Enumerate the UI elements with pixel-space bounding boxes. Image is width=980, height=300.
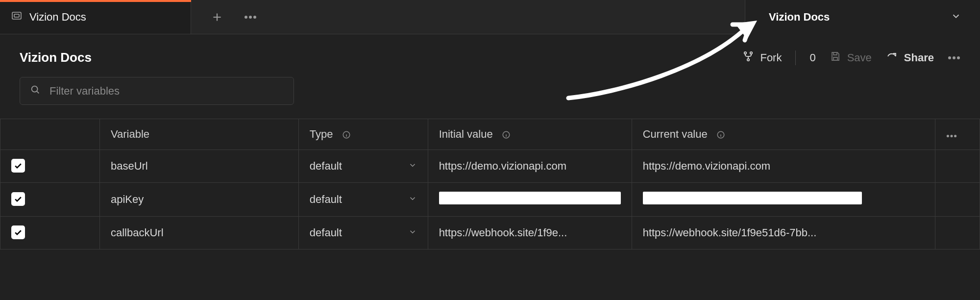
toolbar-overflow-button[interactable] [948, 56, 960, 60]
share-label: Share [904, 51, 934, 64]
search-icon [30, 84, 41, 98]
svg-point-3 [249, 16, 252, 19]
info-icon[interactable] [716, 130, 725, 139]
variable-name[interactable]: apiKey [111, 193, 144, 205]
info-icon[interactable] [502, 130, 511, 139]
table-row: baseUrl default https://demo.vizionapi.c… [0, 150, 980, 183]
chevron-down-icon [951, 11, 961, 24]
save-icon [830, 50, 841, 65]
type-select[interactable]: default [310, 193, 417, 206]
row-checkbox[interactable] [11, 159, 25, 173]
col-current: Current value [643, 128, 708, 140]
svg-point-6 [750, 51, 752, 53]
svg-rect-0 [12, 12, 21, 19]
initial-value[interactable]: https://demo.vizionapi.com [439, 160, 566, 172]
svg-point-10 [957, 56, 960, 59]
fork-button[interactable]: Fork [742, 50, 782, 65]
save-label: Save [847, 51, 872, 64]
fork-icon [742, 50, 754, 65]
info-icon[interactable] [342, 130, 351, 139]
share-icon [885, 50, 898, 65]
current-value[interactable]: https://webhook.site/1f9e51d6-7bb... [643, 226, 817, 239]
col-initial: Initial value [439, 128, 493, 140]
active-tab-indicator [0, 0, 191, 2]
row-checkbox[interactable] [11, 192, 25, 206]
svg-point-11 [32, 86, 38, 92]
fork-count: 0 [809, 51, 815, 64]
initial-value[interactable]: https://webhook.site/1f9e... [439, 226, 567, 239]
svg-point-16 [950, 135, 953, 137]
svg-point-8 [948, 56, 951, 59]
type-value: default [310, 160, 342, 173]
table-header-row: Variable Type Initial value Current valu… [0, 119, 980, 150]
tab-overflow-button[interactable] [244, 15, 257, 19]
environment-selector[interactable]: Vizion Docs [745, 0, 980, 34]
svg-point-17 [954, 135, 956, 137]
chevron-down-icon [408, 193, 417, 206]
chevron-down-icon [408, 160, 417, 173]
variable-name[interactable]: baseUrl [111, 160, 148, 172]
tab-vizion-docs[interactable]: Vizion Docs [0, 0, 191, 34]
row-checkbox[interactable] [11, 225, 25, 239]
svg-point-7 [747, 58, 749, 60]
filter-variables-input-wrap[interactable] [20, 77, 294, 105]
tab-label: Vizion Docs [29, 11, 86, 24]
type-select[interactable]: default [310, 226, 417, 239]
environment-selector-label: Vizion Docs [769, 11, 830, 24]
svg-rect-1 [14, 14, 19, 17]
col-variable: Variable [99, 119, 298, 150]
variables-table: Variable Type Initial value Current valu… [0, 119, 980, 250]
svg-point-5 [744, 51, 746, 53]
type-select[interactable]: default [310, 160, 417, 173]
redacted-value [643, 192, 862, 204]
current-value[interactable]: https://demo.vizionapi.com [643, 160, 770, 172]
filter-variables-input[interactable] [49, 85, 284, 98]
share-button[interactable]: Share [885, 50, 934, 65]
divider [795, 50, 796, 65]
toolbar: Vizion Docs Fork 0 Save [0, 34, 980, 77]
svg-point-4 [253, 16, 256, 19]
redacted-value [439, 192, 621, 204]
svg-point-2 [245, 16, 247, 19]
chevron-down-icon [408, 226, 417, 239]
page-title: Vizion Docs [20, 50, 92, 65]
table-columns-overflow[interactable] [946, 128, 957, 140]
fork-label: Fork [760, 51, 782, 64]
svg-point-9 [953, 56, 956, 59]
table-row: apiKey default [0, 183, 980, 217]
table-row: callbackUrl default https://webhook.site… [0, 217, 980, 250]
type-value: default [310, 226, 342, 239]
svg-point-15 [946, 135, 949, 137]
environment-icon [11, 10, 23, 24]
new-tab-button[interactable] [211, 11, 223, 24]
save-button[interactable]: Save [830, 50, 872, 65]
variable-name[interactable]: callbackUrl [111, 226, 164, 239]
col-type: Type [310, 128, 333, 140]
type-value: default [310, 193, 342, 206]
